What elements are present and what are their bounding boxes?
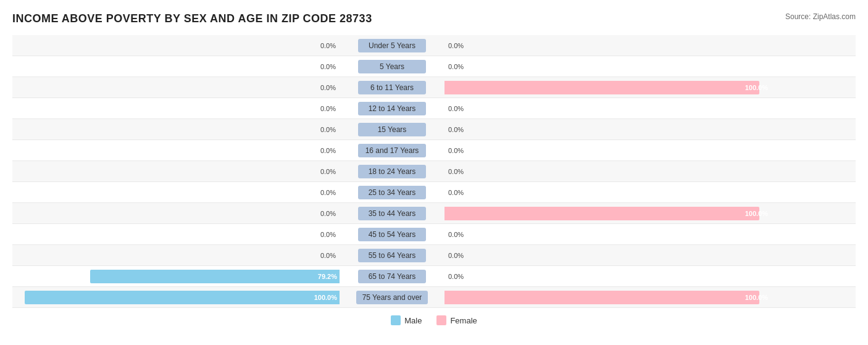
left-section: 0.0% bbox=[12, 98, 340, 118]
male-value: 0.0% bbox=[320, 42, 336, 49]
age-label: 35 to 44 Years bbox=[358, 207, 426, 220]
left-section: 0.0% bbox=[12, 140, 340, 160]
right-section: 0.0% bbox=[444, 56, 772, 77]
age-label: 65 to 74 Years bbox=[358, 270, 426, 283]
male-value: 0.0% bbox=[320, 210, 336, 217]
female-value: 0.0% bbox=[448, 168, 464, 175]
right-section: 0.0% bbox=[444, 266, 772, 286]
left-section: 0.0% bbox=[12, 182, 340, 202]
age-label: 75 Years and over bbox=[356, 291, 428, 304]
male-value: 0.0% bbox=[320, 126, 336, 133]
left-section: 0.0% bbox=[12, 56, 340, 77]
female-value: 0.0% bbox=[448, 189, 464, 196]
age-label: 55 to 64 Years bbox=[358, 249, 426, 262]
female-bar bbox=[444, 291, 759, 304]
left-section: 0.0% bbox=[12, 203, 340, 223]
age-label: 16 and 17 Years bbox=[358, 144, 426, 157]
left-section: 0.0% bbox=[12, 77, 340, 98]
chart-source: Source: ZipAtlas.com bbox=[785, 12, 856, 21]
male-value: 0.0% bbox=[320, 252, 336, 259]
female-value: 0.0% bbox=[448, 42, 464, 49]
bar-row: 0.0%35 to 44 Years100.0% bbox=[12, 203, 856, 224]
right-section: 0.0% bbox=[444, 161, 772, 181]
male-value: 0.0% bbox=[320, 63, 336, 70]
center-label-wrap: 65 to 74 Years bbox=[340, 270, 444, 283]
center-label-wrap: 55 to 64 Years bbox=[340, 249, 444, 262]
female-color-swatch bbox=[436, 315, 446, 325]
male-value: 0.0% bbox=[320, 84, 336, 91]
age-label: 15 Years bbox=[358, 123, 426, 136]
female-value: 0.0% bbox=[448, 147, 464, 154]
age-label: Under 5 Years bbox=[358, 39, 426, 52]
male-value: 0.0% bbox=[320, 231, 336, 238]
male-bar bbox=[90, 270, 340, 283]
female-value: 0.0% bbox=[448, 252, 464, 259]
bar-row: 0.0%Under 5 Years0.0% bbox=[12, 35, 856, 56]
center-label-wrap: 35 to 44 Years bbox=[340, 207, 444, 220]
right-section: 0.0% bbox=[444, 245, 772, 265]
female-bar bbox=[444, 207, 759, 220]
center-label-wrap: 12 to 14 Years bbox=[340, 102, 444, 115]
left-section: 79.2% bbox=[12, 266, 340, 286]
center-label-wrap: 75 Years and over bbox=[340, 291, 444, 304]
age-label: 5 Years bbox=[358, 60, 426, 73]
left-section: 0.0% bbox=[12, 245, 340, 265]
male-value: 79.2% bbox=[318, 273, 337, 280]
age-label: 18 to 24 Years bbox=[358, 165, 426, 178]
female-value: 0.0% bbox=[448, 63, 464, 70]
bar-row: 0.0%12 to 14 Years0.0% bbox=[12, 98, 856, 119]
male-value: 0.0% bbox=[320, 168, 336, 175]
right-section: 0.0% bbox=[444, 35, 772, 56]
bar-row: 79.2%65 to 74 Years0.0% bbox=[12, 266, 856, 287]
right-section: 100.0% bbox=[444, 77, 772, 98]
female-value: 0.0% bbox=[448, 126, 464, 133]
chart-container: INCOME ABOVE POVERTY BY SEX AND AGE IN Z… bbox=[0, 0, 868, 345]
female-bar bbox=[444, 81, 759, 94]
legend-female: Female bbox=[436, 315, 477, 325]
male-value: 0.0% bbox=[320, 147, 336, 154]
female-label: Female bbox=[450, 316, 477, 325]
center-label-wrap: 25 to 34 Years bbox=[340, 186, 444, 199]
male-label: Male bbox=[404, 316, 422, 325]
bar-row: 0.0%5 Years0.0% bbox=[12, 56, 856, 77]
male-bar bbox=[25, 291, 340, 304]
center-label-wrap: Under 5 Years bbox=[340, 39, 444, 52]
male-value: 0.0% bbox=[320, 189, 336, 196]
center-label-wrap: 45 to 54 Years bbox=[340, 228, 444, 241]
female-value: 100.0% bbox=[745, 210, 768, 217]
right-section: 0.0% bbox=[444, 224, 772, 244]
left-section: 0.0% bbox=[12, 35, 340, 56]
male-value: 100.0% bbox=[314, 294, 337, 301]
right-section: 0.0% bbox=[444, 182, 772, 202]
female-value: 0.0% bbox=[448, 231, 464, 238]
bar-row: 100.0%75 Years and over100.0% bbox=[12, 287, 856, 308]
center-label-wrap: 6 to 11 Years bbox=[340, 81, 444, 94]
bar-row: 0.0%6 to 11 Years100.0% bbox=[12, 77, 856, 98]
female-value: 0.0% bbox=[448, 105, 464, 112]
bar-row: 0.0%45 to 54 Years0.0% bbox=[12, 224, 856, 245]
legend-male: Male bbox=[391, 315, 422, 325]
left-section: 100.0% bbox=[12, 287, 340, 307]
age-label: 12 to 14 Years bbox=[358, 102, 426, 115]
center-label-wrap: 16 and 17 Years bbox=[340, 144, 444, 157]
female-value: 0.0% bbox=[448, 273, 464, 280]
age-label: 25 to 34 Years bbox=[358, 186, 426, 199]
bar-row: 0.0%18 to 24 Years0.0% bbox=[12, 161, 856, 182]
right-section: 0.0% bbox=[444, 140, 772, 160]
bar-row: 0.0%16 and 17 Years0.0% bbox=[12, 140, 856, 161]
age-label: 45 to 54 Years bbox=[358, 228, 426, 241]
chart-header: INCOME ABOVE POVERTY BY SEX AND AGE IN Z… bbox=[12, 12, 856, 25]
right-section: 100.0% bbox=[444, 287, 772, 307]
male-color-swatch bbox=[391, 315, 401, 325]
left-section: 0.0% bbox=[12, 161, 340, 181]
bar-row: 0.0%55 to 64 Years0.0% bbox=[12, 245, 856, 266]
center-label-wrap: 15 Years bbox=[340, 123, 444, 136]
center-label-wrap: 18 to 24 Years bbox=[340, 165, 444, 178]
right-section: 0.0% bbox=[444, 119, 772, 139]
female-value: 100.0% bbox=[745, 84, 768, 91]
center-label-wrap: 5 Years bbox=[340, 60, 444, 73]
chart-title: INCOME ABOVE POVERTY BY SEX AND AGE IN Z… bbox=[12, 12, 372, 25]
right-section: 100.0% bbox=[444, 203, 772, 223]
bar-row: 0.0%25 to 34 Years0.0% bbox=[12, 182, 856, 203]
bar-row: 0.0%15 Years0.0% bbox=[12, 119, 856, 140]
